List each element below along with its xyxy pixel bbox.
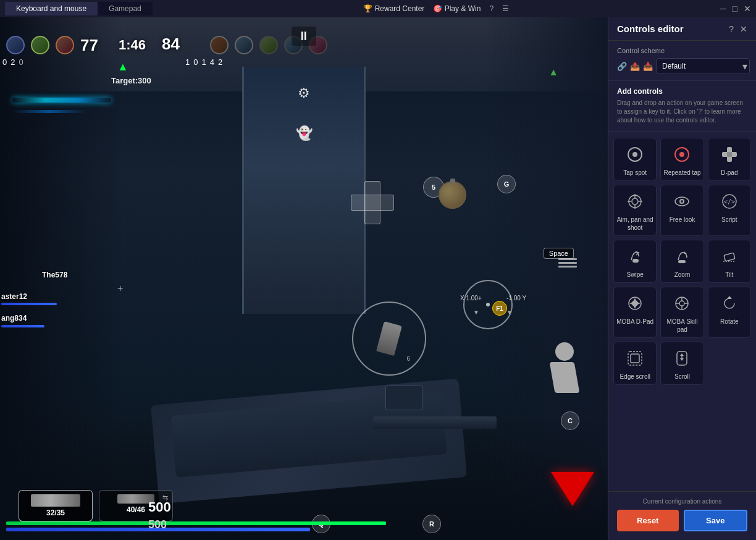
mask-hud-button[interactable]: 👻 — [296, 125, 313, 141]
control-repeated-tap[interactable]: Repeated tap — [660, 138, 704, 181]
rotate-label: Rotate — [720, 318, 738, 326]
svg-marker-34 — [727, 296, 732, 299]
control-zoom[interactable]: Zoom — [660, 240, 704, 283]
arrow-indicator — [551, 472, 594, 506]
character-silhouette — [540, 342, 589, 404]
progress-arrow: ▲ — [117, 61, 128, 74]
dpad-icon — [718, 143, 741, 166]
scheme-toolbar: 🔗 📤 📥 Default ▾ — [617, 58, 747, 74]
btn-F1[interactable]: F1 — [492, 301, 507, 316]
svg-rect-6 — [727, 152, 732, 157]
control-rotate[interactable]: Rotate — [708, 287, 751, 338]
weapon-2-ammo: 40/46 — [127, 505, 145, 514]
control-moba-dpad[interactable]: MOBA D-Pad — [613, 287, 657, 338]
moba-dpad-icon — [624, 292, 646, 314]
crosshair: + — [117, 283, 123, 294]
add-controls-desc: Drag and drop an action on your game scr… — [617, 99, 747, 125]
control-scroll[interactable]: Scroll — [660, 342, 704, 385]
scheme-share-icon[interactable]: 🔗 — [617, 62, 627, 71]
tab-keyboard[interactable]: Keyboard and mouse — [5, 2, 98, 15]
control-aim-pan[interactable]: Aim, pan and shoot — [613, 185, 657, 236]
tab-gamepad[interactable]: Gamepad — [98, 2, 153, 15]
grenade-object — [439, 181, 466, 209]
reset-button[interactable]: Reset — [617, 510, 679, 531]
ammo-display-1: 500 — [148, 499, 171, 515]
minimize-icon[interactable]: ─ — [720, 4, 726, 14]
control-tap-spot[interactable]: Tap spot — [613, 138, 657, 181]
control-script[interactable]: </> Script — [708, 185, 751, 236]
health-bars-container — [6, 521, 453, 531]
edge-scroll-icon — [624, 347, 646, 369]
repeated-tap-label: Repeated tap — [663, 169, 700, 177]
weapon-1-icon — [31, 494, 80, 507]
close-panel-icon[interactable]: ✕ — [740, 24, 747, 34]
my-avatar-3 — [56, 36, 74, 54]
dpad-control[interactable] — [351, 181, 394, 224]
player-health-bar-3 — [1, 325, 44, 327]
score-left: 77 — [80, 36, 98, 55]
game-area: 6 77 84 1:46 Target:300 0 2 0 — [0, 17, 608, 540]
btn-C[interactable]: C — [561, 411, 579, 430]
tap-spot-icon — [624, 143, 646, 166]
svg-text:</>: </> — [724, 198, 735, 205]
control-dpad[interactable]: D-pad — [708, 138, 751, 181]
control-free-look[interactable]: Free look — [660, 185, 704, 236]
help-panel-icon[interactable]: ? — [729, 24, 734, 34]
coord-arrow-down-left: ▼ — [473, 309, 479, 316]
help-icon[interactable]: ? — [489, 4, 494, 13]
top-bar-right-icons: ─ □ ✕ — [720, 4, 751, 14]
weapon-slot-1[interactable]: 32/35 ⇆ — [19, 490, 93, 521]
score-right: 84 — [162, 35, 180, 54]
action-buttons: Reset Save — [617, 510, 747, 531]
player-avatar-3 — [259, 36, 278, 54]
scheme-dropdown[interactable]: Default — [657, 58, 750, 74]
control-edge-scroll[interactable]: Edge scroll — [613, 342, 657, 385]
coord-y: -1.00 Y — [506, 295, 526, 302]
control-swipe[interactable]: Swipe — [613, 240, 657, 283]
ammo-display-2: 500 — [148, 518, 167, 531]
settings-hud-button[interactable]: ⚙ — [298, 85, 310, 101]
main-area: 6 77 84 1:46 Target:300 0 2 0 — [0, 17, 756, 540]
aim-reticle-circle[interactable]: 6 — [352, 302, 426, 376]
close-icon[interactable]: ✕ — [744, 4, 751, 14]
scheme-export-icon[interactable]: 📤 — [630, 62, 640, 71]
tabs-area: Keyboard and mouse Gamepad — [5, 2, 153, 15]
menu-icon[interactable]: ☰ — [502, 4, 509, 13]
reward-center-label[interactable]: 🏆 Reward Center — [363, 4, 424, 13]
panel-header: Controls editor ? ✕ — [608, 17, 756, 41]
aim-pan-label: Aim, pan and shoot — [616, 216, 653, 232]
tilt-label: Tilt — [725, 271, 733, 279]
scheme-left-icons: 🔗 📤 📥 — [617, 62, 653, 71]
svg-rect-20 — [724, 253, 735, 261]
pause-button[interactable]: ⏸ — [292, 27, 316, 46]
top-bar-center: 🏆 Reward Center 🎯 Play & Win ? ☰ — [363, 4, 509, 13]
play-win-label[interactable]: 🎯 Play & Win — [433, 4, 481, 13]
svg-point-15 — [681, 200, 683, 203]
repeated-tap-icon — [671, 143, 693, 166]
my-avatar-2 — [31, 36, 49, 54]
aim-pan-icon — [624, 190, 646, 213]
control-moba-skill[interactable]: MOBA Skill pad — [660, 287, 704, 338]
progress-arrow-right: ▲ — [548, 67, 558, 78]
free-look-icon — [671, 190, 693, 213]
svg-rect-36 — [631, 354, 639, 363]
scheme-import-icon[interactable]: 📥 — [643, 62, 653, 71]
player-name-1: The578 — [42, 271, 67, 279]
save-button[interactable]: Save — [684, 510, 748, 531]
control-tilt[interactable]: Tilt — [708, 240, 751, 283]
maximize-icon[interactable]: □ — [733, 4, 737, 14]
svg-rect-19 — [678, 260, 686, 263]
current-config-label: Current configuration actions — [617, 498, 747, 505]
svg-rect-18 — [632, 259, 639, 263]
zoom-label: Zoom — [674, 271, 691, 279]
weapon-1-ammo: 32/35 — [46, 508, 65, 517]
panel-bottom: Current configuration actions Reset Save — [608, 491, 756, 540]
player-name-2: aster12 — [1, 292, 27, 301]
player-health-bar-2 — [1, 303, 57, 305]
panel-title: Controls editor — [617, 23, 684, 34]
target-display: Target:300 — [111, 76, 151, 85]
btn-G[interactable]: G — [497, 175, 516, 193]
btn-space[interactable]: Space — [544, 248, 574, 259]
svg-point-23 — [632, 300, 638, 306]
add-controls-section: Add controls Drag and drop an action on … — [608, 81, 756, 132]
